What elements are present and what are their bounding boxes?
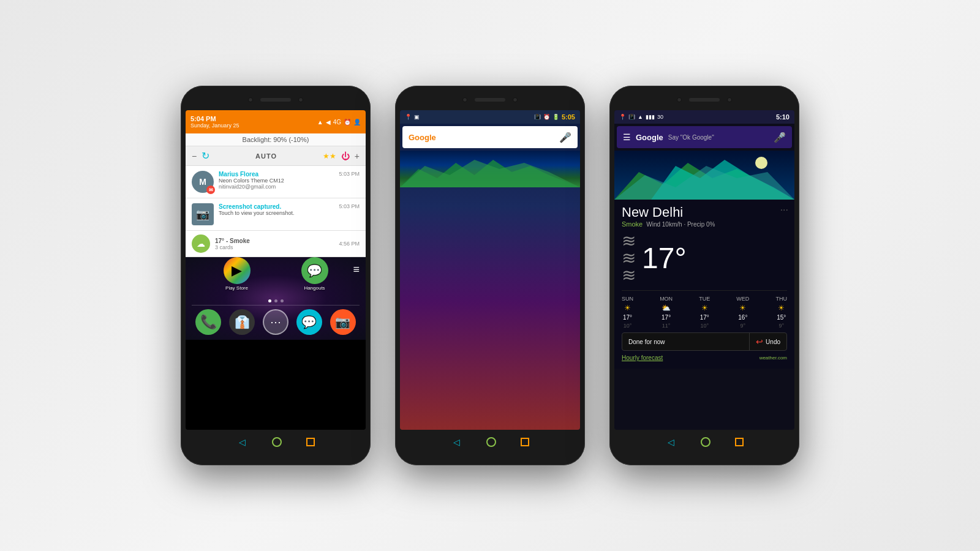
play-store-icon: ▶	[224, 257, 251, 284]
screenshot-icon: 📷	[192, 203, 214, 225]
dock-chat[interactable]: 💬	[296, 309, 322, 335]
notif-marius-title: Marius Florea	[219, 171, 334, 178]
notif-screenshot-time: 5:03 PM	[339, 203, 360, 209]
hangouts-icon: 💬	[301, 257, 328, 284]
phone-3-top-bar	[614, 93, 794, 107]
notif-screenshot-title: Screenshot captured.	[219, 203, 334, 210]
status-icons-2-left: 📍 ▣	[405, 114, 420, 120]
city-name: New Delhi	[622, 204, 787, 220]
notif-screenshot-sub: Touch to view your screenshot.	[219, 210, 334, 216]
weather-cloud-icon: ☁	[192, 234, 210, 253]
notification-marius[interactable]: M ✉ Marius Florea Neon Colors Theme CM12…	[186, 166, 366, 198]
screen-icon: ▣	[414, 114, 420, 120]
notif-screenshot-content: Screenshot captured. Touch to view your …	[219, 203, 334, 216]
forecast-day-name-sun: SUN	[622, 296, 633, 302]
nav-recent-button[interactable]	[306, 438, 315, 446]
forecast-high-thu: 15°	[777, 314, 786, 321]
forecast-day-name-wed: WED	[736, 296, 749, 302]
front-camera-3	[677, 97, 682, 102]
brightness-auto-label: AUTO	[214, 152, 318, 160]
nav-home-button[interactable]	[272, 437, 282, 447]
location-icon: 📍	[405, 114, 412, 120]
front-sensor	[298, 97, 303, 102]
google-search-bar[interactable]: Google 🎤	[402, 126, 578, 148]
forecast-high-sun: 17°	[623, 314, 632, 321]
weather-source: weather.com	[760, 355, 787, 361]
forecast-icon-sun: ☀	[624, 304, 631, 312]
phone-2: 📍 ▣ 📳 ⏰ 🔋 5:05 Google 🎤 ⚙ Settings	[395, 86, 585, 465]
hamburger-menu-icon[interactable]: ☰	[623, 132, 631, 142]
weather-notif-text: 17° - Smoke	[215, 238, 334, 244]
ok-google-hint: Say "Ok Google"	[668, 134, 769, 141]
status-time-date: 5:04 PM Sunday, January 25	[190, 115, 239, 129]
nav-recent-button-3[interactable]	[735, 438, 744, 446]
brightness-plus[interactable]: +	[355, 151, 360, 161]
weather-main-row: ≋≋≋ 17°	[622, 233, 787, 284]
front-sensor-2	[513, 97, 518, 102]
nav-home-button-3[interactable]	[701, 437, 710, 447]
notification-weather[interactable]: ☁ 17° - Smoke 3 cards 4:56 PM	[186, 231, 366, 257]
notif-marius-content: Marius Florea Neon Colors Theme CM12 nit…	[219, 171, 334, 190]
nav-back-button-3[interactable]: ◁	[665, 437, 676, 448]
favorites-icon: ★★	[323, 152, 336, 160]
temperature-display: 17°	[642, 244, 687, 273]
forecast-icon-tue: ☀	[701, 304, 708, 312]
page-dots	[186, 299, 366, 302]
backlight-label: Backlight: 90% (-10%)	[186, 133, 366, 146]
dot-1	[268, 299, 271, 302]
weather-notif-time: 4:56 PM	[339, 241, 360, 247]
phone-1-top-bar	[186, 93, 366, 107]
nav-recent-button-2[interactable]	[521, 438, 529, 446]
brightness-minus[interactable]: −	[192, 151, 197, 161]
forecast-low-tue: 10°	[700, 323, 709, 329]
forecast-icon-thu: ☀	[778, 304, 785, 312]
location-icon-3: 📍	[619, 114, 626, 120]
status-icons-3-left: 📍 📳 ▲ ▮▮▮ 30	[619, 114, 663, 120]
weather-waves-icon: ≋≋≋	[622, 233, 636, 284]
phone-1-screen: 5:04 PM Sunday, January 25 ▲ ◀ 4G ⏰ 👤 Ba…	[186, 110, 366, 430]
phone-1: 5:04 PM Sunday, January 25 ▲ ◀ 4G ⏰ 👤 Ba…	[181, 86, 371, 465]
google-bar-3[interactable]: ☰ Google Say "Ok Google" 🎤	[617, 126, 792, 148]
nav-home-button-2[interactable]	[486, 437, 496, 447]
wifi-icon: ◀	[326, 119, 331, 126]
front-sensor-3	[727, 97, 732, 102]
done-for-now-bar: Done for now ↩ Undo	[622, 332, 787, 351]
front-camera	[248, 97, 253, 102]
more-options-icon[interactable]: ···	[780, 204, 788, 216]
weather-forecast: SUN ☀ 17° 10° MON ⛅ 17° 11° TUE ☀ 17° 10…	[622, 290, 787, 329]
dock-phone[interactable]: 📞	[195, 309, 221, 335]
play-store-label: Play Store	[225, 285, 248, 291]
avatar-icon: 👤	[353, 119, 361, 126]
forecast-day-name-mon: MON	[660, 296, 673, 302]
phone-3-screen: 📍 📳 ▲ ▮▮▮ 30 5:10 ☰ Google Say "Ok Googl…	[614, 110, 794, 430]
forecast-day-name-tue: TUE	[699, 296, 710, 302]
phone-2-screen: 📍 ▣ 📳 ⏰ 🔋 5:05 Google 🎤 ⚙ Settings	[400, 110, 580, 430]
phone-3-nav-bar: ◁	[665, 433, 744, 451]
signal-icon-3: ▮▮▮	[646, 114, 655, 120]
google-logo-3: Google	[636, 133, 663, 142]
mic-icon-3[interactable]: 🎤	[774, 132, 786, 143]
app-play-store[interactable]: ▶ Play Store	[224, 257, 251, 291]
dock-apps[interactable]: ⋯	[263, 309, 288, 335]
nav-back-button-2[interactable]: ◁	[451, 437, 462, 448]
app-hangouts[interactable]: 💬 Hangouts	[301, 257, 328, 291]
mic-icon[interactable]: 🎤	[559, 132, 571, 143]
hourly-forecast-link[interactable]: Hourly forecast	[622, 354, 663, 361]
undo-button[interactable]: ↩ Undo	[750, 337, 786, 347]
status-icons-2-right: 📳 ⏰ 🔋 5:05	[534, 113, 575, 121]
nav-back-button[interactable]: ◁	[236, 437, 247, 448]
vibrate-icon-3: 📳	[628, 114, 635, 120]
forecast-low-sun: 10°	[624, 323, 632, 329]
forecast-high-tue: 17°	[700, 314, 709, 321]
forecast-high-wed: 16°	[738, 314, 747, 321]
forecast-low-mon: 11°	[662, 323, 671, 329]
status-bar-2: 📍 ▣ 📳 ⏰ 🔋 5:05	[400, 110, 580, 124]
notif-marius-email: nitinvaid20@gmail.com	[219, 184, 334, 190]
phone-3: 📍 📳 ▲ ▮▮▮ 30 5:10 ☰ Google Say "Ok Googl…	[609, 86, 799, 465]
forecast-mon: MON ⛅ 17° 11°	[660, 296, 673, 329]
power-icon: ⏻	[341, 151, 350, 161]
dock-camera[interactable]: 📷	[330, 309, 356, 335]
dock-tie[interactable]: 👔	[229, 309, 255, 335]
notification-screenshot[interactable]: 📷 Screenshot captured. Touch to view you…	[186, 198, 366, 231]
status-bar-3: 📍 📳 ▲ ▮▮▮ 30 5:10	[614, 110, 794, 124]
